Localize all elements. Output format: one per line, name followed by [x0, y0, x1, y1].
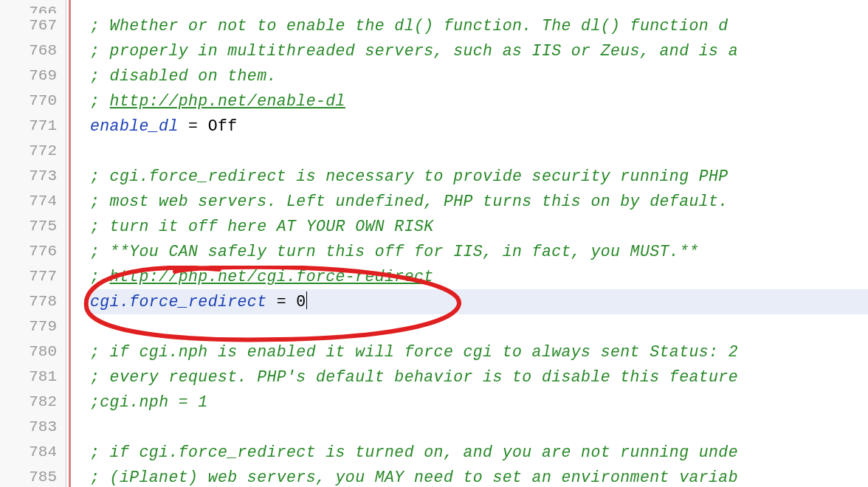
code-token-comment: disabled on them.	[110, 67, 277, 85]
code-line[interactable]: ; **You CAN safely turn this off for IIS…	[90, 239, 868, 264]
code-token-comment: if cgi.force_redirect is turned on, and …	[110, 443, 738, 461]
line-number: 775	[0, 214, 57, 239]
code-token-keyword: enable_dl	[90, 117, 179, 135]
code-token-semi: ;	[90, 368, 110, 386]
code-token-comment: cgi.nph = 1	[100, 393, 207, 411]
line-number: 769	[0, 63, 57, 89]
code-token-semi: ;	[90, 343, 110, 361]
code-line[interactable]	[90, 314, 868, 339]
code-token-od: = 0	[266, 293, 306, 311]
line-number: 768	[0, 38, 57, 63]
code-line[interactable]: ;cgi.nph = 1	[90, 390, 868, 415]
code-token-od: = Off	[179, 117, 238, 135]
code-line[interactable]: ; turn it off here AT YOUR OWN RISK	[90, 214, 868, 239]
code-token-link[interactable]: http://php.net/enable-dl	[110, 92, 345, 110]
line-number: 772	[0, 139, 57, 164]
code-token-comment: turn it off here AT YOUR OWN RISK	[110, 218, 434, 235]
code-token-semi: ;	[90, 193, 110, 210]
code-line[interactable]: ; properly in multithreaded servers, suc…	[90, 38, 868, 63]
code-line[interactable]: ; if cgi.nph is enabled it will force cg…	[90, 339, 868, 365]
line-number: 782	[0, 390, 57, 415]
text-cursor	[306, 291, 308, 309]
code-token-semi: ;	[90, 67, 110, 85]
line-number: 766	[0, 0, 57, 13]
code-token-comment: (iPlanet) web servers, you MAY need to s…	[110, 469, 738, 486]
code-token-comment: every request. PHP's default behavior is…	[110, 368, 738, 386]
code-token-semi: ;	[90, 469, 110, 486]
code-line[interactable]: enable_dl = Off	[90, 114, 868, 139]
line-number: 779	[0, 314, 57, 339]
line-number: 767	[0, 13, 57, 38]
line-number: 771	[0, 114, 57, 139]
code-token-comment: Whether or not to enable the dl() functi…	[110, 17, 728, 35]
line-number: 777	[0, 264, 57, 289]
line-number: 780	[0, 339, 57, 365]
code-token-semi: ;	[90, 17, 110, 35]
code-token-comment: if cgi.nph is enabled it will force cgi …	[110, 343, 738, 361]
code-token-semi: ;	[90, 393, 100, 411]
code-token-semi: ;	[90, 218, 110, 235]
code-token-semi: ;	[90, 243, 110, 260]
code-editor[interactable]: 7667677687697707717727737747757767777787…	[0, 0, 868, 487]
code-content[interactable]: ; Whether or not to enable the dl() func…	[77, 0, 868, 487]
code-line[interactable]: ; disabled on them.	[90, 63, 868, 89]
line-number: 776	[0, 239, 57, 264]
code-token-semi: ;	[90, 167, 110, 185]
code-line[interactable]	[90, 139, 868, 164]
code-token-semi: ;	[90, 42, 110, 60]
code-line[interactable]: ; Whether or not to enable the dl() func…	[90, 13, 868, 38]
line-number: 785	[0, 465, 57, 487]
code-line[interactable]: ; most web servers. Left undefined, PHP …	[90, 189, 868, 214]
code-token-semi: ;	[90, 92, 110, 110]
code-line[interactable]: ; if cgi.force_redirect is turned on, an…	[90, 440, 868, 465]
code-token-semi: ;	[90, 443, 110, 461]
line-number: 773	[0, 164, 57, 189]
code-line[interactable]: ; cgi.force_redirect is necessary to pro…	[90, 164, 868, 189]
code-line[interactable]: ; http://php.net/enable-dl	[90, 89, 868, 114]
code-token-keyword: cgi.force_redirect	[90, 293, 266, 311]
line-number: 774	[0, 189, 57, 214]
code-line[interactable]	[90, 0, 868, 13]
code-token-comment: cgi.force_redirect is necessary to provi…	[110, 167, 728, 185]
code-line[interactable]: cgi.force_redirect = 0	[90, 289, 868, 314]
code-token-semi: ;	[90, 268, 110, 286]
code-token-link[interactable]: http://php.net/cgi.force-redirect	[110, 268, 434, 286]
code-token-comment: **You CAN safely turn this off for IIS, …	[110, 243, 699, 260]
change-marker-bar	[66, 0, 77, 487]
line-number-gutter: 7667677687697707717727737747757767777787…	[0, 0, 66, 487]
code-line[interactable]: ; every request. PHP's default behavior …	[90, 365, 868, 390]
code-token-comment: properly in multithreaded servers, such …	[110, 42, 738, 60]
line-number: 770	[0, 89, 57, 114]
change-marker	[69, 0, 71, 487]
code-line[interactable]: ; (iPlanet) web servers, you MAY need to…	[90, 465, 868, 487]
line-number: 784	[0, 440, 57, 465]
line-number: 783	[0, 415, 57, 440]
code-line[interactable]: ; http://php.net/cgi.force-redirect	[90, 264, 868, 289]
code-line[interactable]	[90, 415, 868, 440]
line-number: 778	[0, 289, 57, 314]
code-token-comment: most web servers. Left undefined, PHP tu…	[110, 193, 728, 210]
line-number: 781	[0, 365, 57, 390]
